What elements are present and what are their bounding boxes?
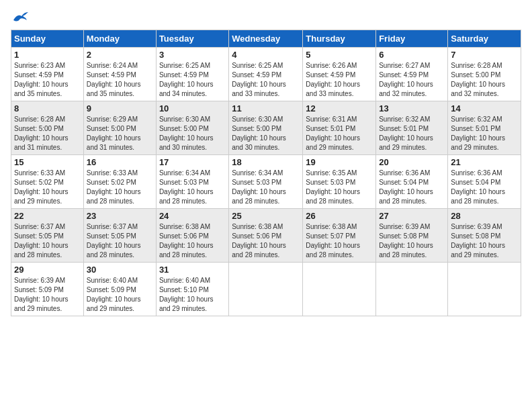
day-info: Sunrise: 6:32 AM Sunset: 5:01 PM Dayligh… bbox=[451, 115, 518, 152]
day-info: Sunrise: 6:34 AM Sunset: 5:03 PM Dayligh… bbox=[159, 169, 226, 206]
day-info: Sunrise: 6:37 AM Sunset: 5:05 PM Dayligh… bbox=[87, 222, 153, 260]
day-number: 27 bbox=[379, 211, 445, 221]
day-number: 19 bbox=[306, 157, 373, 167]
day-info: Sunrise: 6:36 AM Sunset: 5:04 PM Dayligh… bbox=[451, 169, 518, 206]
calendar-cell bbox=[303, 263, 376, 316]
calendar-cell: 11Sunrise: 6:30 AM Sunset: 5:00 PM Dayli… bbox=[229, 101, 303, 155]
calendar-week-row: 29Sunrise: 6:39 AM Sunset: 5:09 PM Dayli… bbox=[11, 263, 521, 316]
day-info: Sunrise: 6:37 AM Sunset: 5:05 PM Dayligh… bbox=[14, 222, 81, 260]
calendar-cell: 27Sunrise: 6:39 AM Sunset: 5:08 PM Dayli… bbox=[376, 209, 448, 263]
day-number: 26 bbox=[306, 211, 373, 221]
day-info: Sunrise: 6:28 AM Sunset: 5:00 PM Dayligh… bbox=[14, 115, 81, 152]
calendar-cell: 19Sunrise: 6:35 AM Sunset: 5:03 PM Dayli… bbox=[303, 155, 376, 209]
calendar-day-header: Sunday bbox=[11, 30, 84, 48]
calendar-day-header: Tuesday bbox=[156, 30, 228, 48]
calendar-cell bbox=[376, 263, 448, 316]
day-info: Sunrise: 6:38 AM Sunset: 5:06 PM Dayligh… bbox=[159, 222, 226, 260]
day-info: Sunrise: 6:31 AM Sunset: 5:01 PM Dayligh… bbox=[306, 115, 373, 152]
day-number: 22 bbox=[14, 211, 81, 221]
logo bbox=[11, 11, 30, 24]
day-number: 6 bbox=[379, 50, 445, 60]
calendar-cell: 20Sunrise: 6:36 AM Sunset: 5:04 PM Dayli… bbox=[376, 155, 448, 209]
day-info: Sunrise: 6:27 AM Sunset: 4:59 PM Dayligh… bbox=[379, 61, 445, 99]
day-number: 7 bbox=[451, 50, 518, 60]
day-number: 9 bbox=[87, 103, 153, 113]
calendar-cell: 28Sunrise: 6:39 AM Sunset: 5:08 PM Dayli… bbox=[448, 209, 521, 263]
calendar-cell: 15Sunrise: 6:33 AM Sunset: 5:02 PM Dayli… bbox=[11, 155, 84, 209]
day-number: 4 bbox=[232, 50, 300, 60]
day-number: 3 bbox=[159, 50, 226, 60]
calendar-week-row: 15Sunrise: 6:33 AM Sunset: 5:02 PM Dayli… bbox=[11, 155, 521, 209]
calendar-cell: 9Sunrise: 6:29 AM Sunset: 5:00 PM Daylig… bbox=[83, 101, 156, 155]
calendar-cell: 8Sunrise: 6:28 AM Sunset: 5:00 PM Daylig… bbox=[11, 101, 84, 155]
day-number: 23 bbox=[87, 211, 153, 221]
day-number: 24 bbox=[159, 211, 226, 221]
calendar-cell: 16Sunrise: 6:33 AM Sunset: 5:02 PM Dayli… bbox=[83, 155, 156, 209]
day-number: 20 bbox=[379, 157, 445, 167]
calendar-cell: 26Sunrise: 6:38 AM Sunset: 5:07 PM Dayli… bbox=[303, 209, 376, 263]
calendar-week-row: 22Sunrise: 6:37 AM Sunset: 5:05 PM Dayli… bbox=[11, 209, 521, 263]
day-number: 13 bbox=[379, 103, 445, 113]
day-info: Sunrise: 6:35 AM Sunset: 5:03 PM Dayligh… bbox=[306, 169, 373, 206]
calendar-cell: 18Sunrise: 6:34 AM Sunset: 5:03 PM Dayli… bbox=[229, 155, 303, 209]
day-number: 30 bbox=[87, 265, 153, 275]
calendar-cell: 23Sunrise: 6:37 AM Sunset: 5:05 PM Dayli… bbox=[83, 209, 156, 263]
day-info: Sunrise: 6:29 AM Sunset: 5:00 PM Dayligh… bbox=[87, 115, 153, 152]
day-number: 15 bbox=[14, 157, 81, 167]
day-number: 29 bbox=[14, 265, 81, 275]
day-number: 2 bbox=[87, 50, 153, 60]
calendar-cell: 25Sunrise: 6:38 AM Sunset: 5:06 PM Dayli… bbox=[229, 209, 303, 263]
day-number: 17 bbox=[159, 157, 226, 167]
day-info: Sunrise: 6:32 AM Sunset: 5:01 PM Dayligh… bbox=[379, 115, 445, 152]
day-number: 12 bbox=[306, 103, 373, 113]
day-info: Sunrise: 6:28 AM Sunset: 5:00 PM Dayligh… bbox=[451, 61, 518, 99]
calendar-cell: 10Sunrise: 6:30 AM Sunset: 5:00 PM Dayli… bbox=[156, 101, 228, 155]
calendar-cell: 2Sunrise: 6:24 AM Sunset: 4:59 PM Daylig… bbox=[83, 48, 156, 101]
logo-bird-icon bbox=[12, 11, 30, 24]
day-info: Sunrise: 6:38 AM Sunset: 5:07 PM Dayligh… bbox=[306, 222, 373, 260]
calendar-header-row: SundayMondayTuesdayWednesdayThursdayFrid… bbox=[11, 30, 521, 48]
day-info: Sunrise: 6:33 AM Sunset: 5:02 PM Dayligh… bbox=[87, 169, 153, 206]
calendar-day-header: Monday bbox=[83, 30, 156, 48]
calendar-cell: 30Sunrise: 6:40 AM Sunset: 5:09 PM Dayli… bbox=[83, 263, 156, 316]
day-info: Sunrise: 6:24 AM Sunset: 4:59 PM Dayligh… bbox=[87, 61, 153, 99]
day-info: Sunrise: 6:23 AM Sunset: 4:59 PM Dayligh… bbox=[14, 61, 81, 99]
day-info: Sunrise: 6:30 AM Sunset: 5:00 PM Dayligh… bbox=[232, 115, 300, 152]
day-number: 18 bbox=[232, 157, 300, 167]
day-info: Sunrise: 6:38 AM Sunset: 5:06 PM Dayligh… bbox=[232, 222, 300, 260]
calendar-cell: 24Sunrise: 6:38 AM Sunset: 5:06 PM Dayli… bbox=[156, 209, 228, 263]
calendar-cell: 17Sunrise: 6:34 AM Sunset: 5:03 PM Dayli… bbox=[156, 155, 228, 209]
day-number: 1 bbox=[14, 50, 81, 60]
calendar-cell bbox=[229, 263, 303, 316]
day-info: Sunrise: 6:39 AM Sunset: 5:08 PM Dayligh… bbox=[451, 222, 518, 260]
day-info: Sunrise: 6:36 AM Sunset: 5:04 PM Dayligh… bbox=[379, 169, 445, 206]
calendar-table: SundayMondayTuesdayWednesdayThursdayFrid… bbox=[11, 30, 521, 316]
day-number: 21 bbox=[451, 157, 518, 167]
calendar-cell: 21Sunrise: 6:36 AM Sunset: 5:04 PM Dayli… bbox=[448, 155, 521, 209]
calendar-cell: 1Sunrise: 6:23 AM Sunset: 4:59 PM Daylig… bbox=[11, 48, 84, 101]
day-info: Sunrise: 6:25 AM Sunset: 4:59 PM Dayligh… bbox=[159, 61, 226, 99]
day-number: 28 bbox=[451, 211, 518, 221]
calendar-day-header: Wednesday bbox=[229, 30, 303, 48]
day-number: 25 bbox=[232, 211, 300, 221]
calendar-day-header: Thursday bbox=[303, 30, 376, 48]
day-info: Sunrise: 6:34 AM Sunset: 5:03 PM Dayligh… bbox=[232, 169, 300, 206]
calendar-cell: 22Sunrise: 6:37 AM Sunset: 5:05 PM Dayli… bbox=[11, 209, 84, 263]
day-info: Sunrise: 6:40 AM Sunset: 5:10 PM Dayligh… bbox=[159, 276, 226, 314]
day-number: 14 bbox=[451, 103, 518, 113]
day-info: Sunrise: 6:30 AM Sunset: 5:00 PM Dayligh… bbox=[159, 115, 226, 152]
calendar-cell: 14Sunrise: 6:32 AM Sunset: 5:01 PM Dayli… bbox=[448, 101, 521, 155]
calendar-cell: 29Sunrise: 6:39 AM Sunset: 5:09 PM Dayli… bbox=[11, 263, 84, 316]
day-number: 10 bbox=[159, 103, 226, 113]
calendar-week-row: 8Sunrise: 6:28 AM Sunset: 5:00 PM Daylig… bbox=[11, 101, 521, 155]
calendar-week-row: 1Sunrise: 6:23 AM Sunset: 4:59 PM Daylig… bbox=[11, 48, 521, 101]
calendar-cell: 3Sunrise: 6:25 AM Sunset: 4:59 PM Daylig… bbox=[156, 48, 228, 101]
calendar-cell: 4Sunrise: 6:25 AM Sunset: 4:59 PM Daylig… bbox=[229, 48, 303, 101]
calendar-cell: 5Sunrise: 6:26 AM Sunset: 4:59 PM Daylig… bbox=[303, 48, 376, 101]
day-info: Sunrise: 6:40 AM Sunset: 5:09 PM Dayligh… bbox=[87, 276, 153, 314]
day-info: Sunrise: 6:33 AM Sunset: 5:02 PM Dayligh… bbox=[14, 169, 81, 206]
calendar-day-header: Saturday bbox=[448, 30, 521, 48]
day-number: 5 bbox=[306, 50, 373, 60]
calendar-cell: 31Sunrise: 6:40 AM Sunset: 5:10 PM Dayli… bbox=[156, 263, 228, 316]
day-info: Sunrise: 6:39 AM Sunset: 5:08 PM Dayligh… bbox=[379, 222, 445, 260]
